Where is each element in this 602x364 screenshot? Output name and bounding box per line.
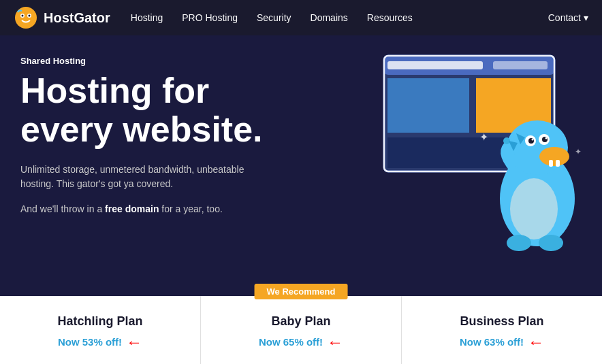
plan-business-name: Business Plan <box>460 314 543 329</box>
nav-item-security[interactable]: Security <box>257 12 291 23</box>
svg-point-3 <box>22 15 24 17</box>
nav-item-pro-hosting[interactable]: PRO Hosting <box>182 12 238 23</box>
hero-subtext: Unlimited storage, unmetered bandwidth, … <box>20 163 252 191</box>
svg-point-27 <box>539 235 563 251</box>
plan-business[interactable]: Business Plan Now 63% off! ← <box>402 296 602 364</box>
plan-business-discount: Now 63% off! <box>460 336 524 348</box>
recommend-badge: We Recommend <box>255 284 348 299</box>
plan-business-row: Now 63% off! ← <box>460 333 544 352</box>
logo[interactable]: HostGator <box>14 5 110 30</box>
navbar: HostGator Hosting PRO Hosting Security D… <box>0 0 602 35</box>
hero-headline: Hosting for every website. <box>20 71 306 149</box>
plan-hatchling-row: Now 53% off! ← <box>58 333 142 352</box>
chevron-down-icon: ▾ <box>584 12 588 23</box>
plan-baby-row: Now 65% off! ← <box>259 333 343 352</box>
svg-point-20 <box>532 139 534 141</box>
svg-point-25 <box>510 178 558 239</box>
logo-icon <box>14 5 38 30</box>
nav-item-domains[interactable]: Domains <box>311 12 348 23</box>
logo-text: HostGator <box>44 10 110 26</box>
svg-rect-23 <box>556 160 560 167</box>
arrow-left-icon: ← <box>126 333 142 352</box>
plan-hatchling[interactable]: Hatchling Plan Now 53% off! ← <box>0 296 201 364</box>
nav-item-hosting[interactable]: Hosting <box>131 12 163 23</box>
plans-section: Hatchling Plan Now 53% off! ← We Recomme… <box>0 296 602 364</box>
arrow-left-icon-2: ← <box>327 333 343 352</box>
svg-point-21 <box>545 137 548 139</box>
svg-rect-9 <box>387 78 469 133</box>
plan-baby-discount: Now 65% off! <box>259 336 323 348</box>
nav-links: Hosting PRO Hosting Security Domains Res… <box>131 12 548 23</box>
plan-baby[interactable]: We Recommend Baby Plan Now 65% off! ← <box>201 296 402 364</box>
svg-text:✦: ✦ <box>479 131 488 143</box>
svg-rect-7 <box>387 61 483 69</box>
hero-section: Shared Hosting Hosting for every website… <box>0 35 602 296</box>
svg-point-26 <box>507 235 531 251</box>
hero-free-domain: And we'll throw in a free domain for a y… <box>20 203 252 214</box>
svg-point-24 <box>503 137 510 144</box>
arrow-left-icon-3: ← <box>528 333 544 352</box>
nav-item-resources[interactable]: Resources <box>367 12 413 23</box>
plan-hatchling-discount: Now 53% off! <box>58 336 122 348</box>
svg-point-4 <box>29 15 31 17</box>
svg-rect-8 <box>493 61 548 69</box>
plan-baby-name: Baby Plan <box>271 314 330 329</box>
svg-rect-22 <box>549 160 553 167</box>
svg-point-0 <box>15 7 37 29</box>
contact-link[interactable]: Contact ▾ <box>548 12 588 23</box>
svg-text:✦: ✦ <box>575 147 582 156</box>
hero-illustration: ✦ ✦ <box>343 42 588 260</box>
plan-hatchling-name: Hatchling Plan <box>57 314 142 329</box>
svg-point-15 <box>539 147 569 166</box>
